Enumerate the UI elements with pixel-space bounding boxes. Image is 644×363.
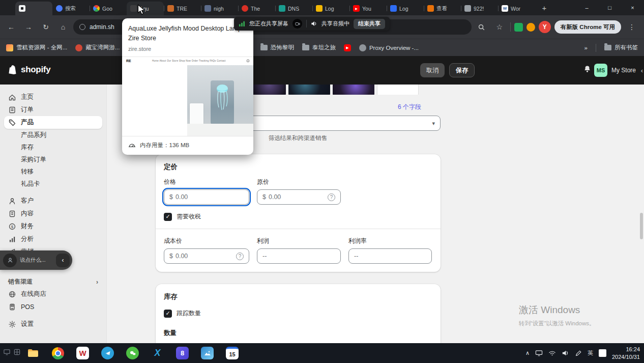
windows-taskbar: W X 8 15 ∧ 英 16:24 2024/10/31 — [0, 343, 644, 363]
orders-icon — [8, 106, 16, 114]
sidebar-item-content[interactable]: 内容 — [4, 207, 102, 220]
site-info-icon[interactable] — [79, 24, 85, 30]
browser-tab-youtube[interactable]: ▶ You — [349, 2, 387, 15]
product-media-thumbnail[interactable] — [288, 85, 330, 95]
bookmark-youtube[interactable]: ▶ — [344, 44, 351, 51]
sidebar-item-online-store[interactable]: 在线商店 — [4, 288, 102, 300]
bookmark-item[interactable]: 雪糕资源网 - 全网... — [6, 44, 67, 51]
tab-title: nigh — [214, 6, 235, 12]
inventory-title: 库存 — [164, 292, 432, 301]
sidebar-item-orders[interactable]: 订单 — [4, 103, 102, 116]
bookmark-item[interactable]: 藏宝湾网游... — [75, 44, 120, 51]
stop-sharing-button[interactable]: 结束共享 — [354, 19, 385, 29]
sidebar-item-collections[interactable]: 产品系列 — [4, 129, 102, 141]
close-button[interactable]: × — [621, 0, 644, 15]
forward-button[interactable]: → — [21, 20, 36, 34]
browser-tab-shopify[interactable] — [15, 2, 52, 15]
language-indicator[interactable]: 英 — [588, 349, 593, 357]
browser-tab-nigh[interactable]: nigh — [201, 2, 238, 15]
sidebar-item-inventory[interactable]: 库存 — [4, 141, 102, 153]
browser-tab-922[interactable]: 922! — [461, 2, 498, 15]
menu-icon[interactable]: ⋮ — [625, 20, 639, 34]
chat-widget[interactable]: 说点什么... ‹ — [0, 250, 72, 270]
all-bookmarks-folder[interactable]: 所有书签 — [604, 44, 638, 51]
telegram-icon[interactable] — [101, 347, 114, 359]
taskbar-corner-icon[interactable] — [13, 348, 21, 356]
sidebar-item-transfers[interactable]: 转移 — [4, 165, 102, 178]
bookmark-star-icon[interactable]: ☆ — [492, 20, 507, 34]
browser-tab-tre[interactable]: TRE — [164, 2, 201, 15]
bookmarks-overflow-icon[interactable]: » — [584, 45, 588, 51]
display-icon[interactable] — [535, 349, 543, 357]
bookmark-folder[interactable]: 恐怖黎明 — [260, 44, 294, 51]
sidebar-item-finances[interactable]: $ 财务 — [4, 220, 102, 233]
reload-button[interactable]: ↻ — [39, 20, 53, 34]
browser-tab-log2[interactable]: Log — [387, 2, 424, 15]
extension-icon-green[interactable] — [514, 23, 523, 32]
browser-tab-dns[interactable]: DNS — [275, 2, 312, 15]
bookmark-item[interactable]: Proxy Overview -... — [359, 44, 419, 51]
cost-placeholder: 0.00 — [175, 253, 188, 260]
sidebar-item-gift-cards[interactable]: 礼品卡 — [4, 178, 102, 190]
save-button[interactable]: 保存 — [449, 63, 475, 77]
scrollbar-thumb[interactable] — [640, 213, 643, 239]
file-explorer-icon[interactable] — [26, 347, 39, 359]
app-badge-8-icon[interactable]: 8 — [176, 347, 189, 359]
sidebar-item-pos[interactable]: POS — [4, 300, 102, 313]
notifications-bell-icon[interactable] — [582, 65, 592, 76]
pen-icon[interactable] — [575, 350, 582, 357]
calendar-icon[interactable]: 15 — [226, 347, 239, 359]
browser-tab-log1[interactable]: Log — [312, 2, 349, 15]
photos-icon[interactable] — [201, 347, 214, 359]
camera-bubble-icon[interactable] — [292, 19, 302, 29]
price-input[interactable]: $ 0.00 — [164, 189, 249, 205]
tray-hidden-icons-chevron[interactable]: ∧ — [525, 350, 530, 356]
ime-indicator[interactable] — [599, 349, 606, 357]
browser-tab-search[interactable]: 搜索 — [52, 2, 90, 15]
store-profile-chip[interactable]: MS My Store — [594, 64, 636, 77]
wechat-icon[interactable] — [126, 347, 139, 359]
wps-icon[interactable]: W — [76, 347, 89, 359]
taskbar-corner-icon[interactable] — [3, 348, 11, 356]
volume-icon[interactable] — [562, 349, 569, 357]
chrome-update-chip[interactable]: 有新版 Chrome 可用 — [554, 20, 621, 34]
browser-tab-google[interactable]: Goo — [90, 2, 127, 15]
new-tab-button[interactable]: + — [538, 1, 551, 14]
browser-tab-the[interactable]: The — [238, 2, 275, 15]
help-icon[interactable]: ? — [328, 193, 335, 201]
cost-input[interactable]: $ 0.00 ? — [164, 248, 249, 264]
track-quantity-checkbox[interactable]: ✓ — [164, 310, 172, 318]
sidebar-item-analytics[interactable]: 分析 — [4, 233, 102, 245]
taskbar-clock[interactable]: 16:24 2024/10/31 — [612, 346, 640, 361]
charge-tax-checkbox[interactable]: ✓ — [164, 213, 172, 221]
product-media-thumbnail[interactable] — [333, 85, 374, 95]
header-collapse-icon[interactable]: ‹ — [641, 67, 643, 74]
chrome-icon[interactable] — [51, 347, 64, 359]
bookmark-folder[interactable]: 泰坦之旅 — [302, 44, 336, 51]
back-button[interactable]: ← — [4, 20, 18, 34]
browser-tab-chakan[interactable]: 查看 — [424, 2, 461, 15]
home-button[interactable]: ⌂ — [56, 20, 70, 34]
network-icon[interactable] — [548, 349, 556, 357]
extension-icon-orange[interactable] — [526, 23, 535, 32]
search-icon[interactable] — [475, 20, 489, 34]
sidebar-item-settings[interactable]: 设置 — [4, 318, 102, 330]
sidebar-item-purchase-orders[interactable]: 采购订单 — [4, 153, 102, 165]
shopify-logo[interactable]: shopify — [8, 64, 50, 75]
sidebar-item-home[interactable]: 主页 — [4, 91, 102, 103]
help-icon[interactable]: ? — [236, 253, 244, 260]
browser-tab-word[interactable]: W Wor — [498, 2, 535, 15]
maximize-button[interactable]: □ — [598, 0, 621, 15]
chat-collapse-button[interactable]: ‹ — [56, 254, 70, 267]
sidebar-item-products[interactable]: 产品 — [4, 116, 102, 129]
profile-avatar[interactable]: Y — [539, 21, 551, 33]
sales-channels-section[interactable]: 销售渠道 › — [8, 277, 98, 286]
compare-price-input[interactable]: $ 0.00 ? — [257, 189, 341, 205]
chat-placeholder[interactable]: 说点什么... — [20, 257, 53, 264]
sidebar-item-customers[interactable]: 客户 — [4, 194, 102, 207]
minimize-button[interactable]: – — [575, 0, 598, 15]
cancel-button[interactable]: 取消 — [420, 63, 445, 77]
app-x-icon[interactable]: X — [151, 347, 164, 359]
product-media-add-tile[interactable] — [377, 85, 419, 95]
metafields-link[interactable]: 6 个字段 — [398, 103, 421, 111]
